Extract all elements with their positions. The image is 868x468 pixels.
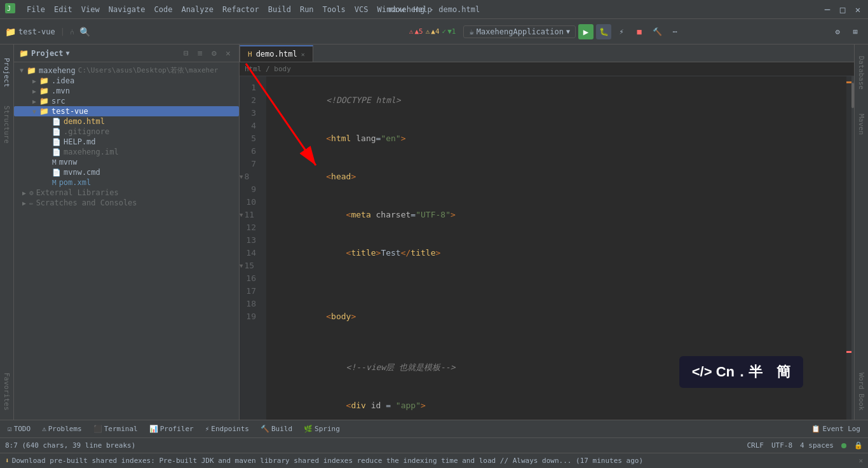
status-line-ending[interactable]: CRLF [747,441,764,450]
status-charset[interactable]: UTF-8 [771,441,792,450]
notification-icon: ⬇ [5,457,10,465]
mvn-arrow-icon: ▶ [29,88,39,95]
test-vue-label: test-vue [51,107,88,116]
code-line-3: <head> [276,158,836,196]
menu-code[interactable]: Code [151,4,177,15]
demo-html-label: demo.html [64,117,105,126]
iml-label: maxeheng.iml [64,148,119,156]
menu-edit[interactable]: Edit [50,4,76,15]
sidebar-wordbook-tab[interactable]: Word Book [855,366,868,417]
menu-view[interactable]: View [78,4,104,15]
run-with-coverage-button[interactable]: ⚡ [614,24,629,39]
profiler-icon: 📊 [149,425,158,433]
status-position[interactable]: 8:7 (640 chars, 39 line breaks) [5,441,135,450]
folder-icon: 📁 [5,27,16,37]
tree-item-idea[interactable]: ▶ 📁 .idea [14,76,239,86]
tree-item-mvnw-cmd[interactable]: 📄 mvnw.cmd [14,167,239,177]
root-label: maxeheng [39,66,76,75]
tree-item-mvn[interactable]: ▶ 📁 .mvn [14,86,239,96]
sync-scroll-button[interactable]: ≡ [194,48,206,59]
more-actions-button[interactable]: ⋯ [667,24,682,39]
tab-close-button[interactable]: ✕ [301,51,305,58]
app-icon: J [5,3,15,16]
run-config-selector[interactable]: ☕ MaxehengApplication ▼ [463,25,576,38]
mvnw-file-icon: M [52,158,57,167]
git-lock-icon: 🔒 [854,441,863,450]
menu-build[interactable]: Build [264,4,295,15]
notification-close-icon[interactable]: ✕ [858,457,863,465]
run-config-dropdown-icon: ▼ [566,28,570,35]
stop-button[interactable]: ■ [632,24,647,39]
build-bottom-button[interactable]: 🔨 Build [255,423,297,434]
ok-count[interactable]: ✓ ▼1 [442,27,456,36]
tree-item-scratches[interactable]: ▶ ✏ Scratches and Consoles [14,198,239,208]
spring-button[interactable]: 🌿 Spring [299,423,345,434]
iml-file-icon: 📄 [52,148,61,156]
tree-item-root[interactable]: ▼ 📁 maxeheng C:\Users\asus\Desktop\若依\ma… [14,65,239,76]
menu-refactor[interactable]: Refactor [219,4,263,15]
line-numbers: 1 2 3 4 5 6 7 ▼8 9 10 ▼11 [240,76,266,420]
tree-item-mvnw[interactable]: M mvnw [14,157,239,167]
tree-item-demo-html[interactable]: ▶ 📄 demo.html [14,116,239,127]
project-name: test-vue [18,27,55,36]
problems-button[interactable]: ⚠ Problems [37,423,87,434]
sidebar-project-tab[interactable]: Project [1,47,13,98]
tree-item-pom[interactable]: M pom.xml [14,177,239,188]
todo-button[interactable]: ☑ TODO [3,423,36,434]
git-status-dot [841,443,846,448]
close-button[interactable]: ✕ [853,4,863,15]
tree-item-help-md[interactable]: 📄 HELP.md [14,137,239,147]
terminal-button[interactable]: ⬛ Terminal [88,423,143,434]
error-count[interactable]: ⚠ ▲5 [409,27,423,36]
sidebar-maven-tab[interactable]: Maven [855,99,868,150]
mvnw-cmd-label: mvnw.cmd [64,168,100,177]
editor-scrollbar[interactable] [846,76,854,420]
tree-item-external-libs[interactable]: ▶ ⚙ External Libraries [14,188,239,198]
settings-panel-button[interactable]: ⚙ [208,48,220,59]
project-panel: 📁 Project ▼ ⊟ ≡ ⚙ ✕ ▼ 📁 maxeheng C:\User… [14,45,240,420]
window-title: maxeheng - demo.html [388,5,480,14]
run-button[interactable]: ▶ [578,24,593,39]
layout-button[interactable]: ⊞ [848,24,863,39]
endpoints-button[interactable]: ⚡ Endpoints [200,423,254,434]
sidebar-database-tab[interactable]: Database [855,47,868,98]
build-button[interactable]: 🔨 [649,24,665,39]
maximize-button[interactable]: □ [837,4,848,15]
src-folder-icon: 📁 [39,97,49,106]
search-everywhere-icon[interactable]: 🔍 [79,27,90,37]
run-config-icon: ☕ [469,27,473,36]
menu-vcs[interactable]: VCS [351,4,372,15]
event-log-button[interactable]: 📋 Event Log [806,423,865,434]
status-bar: 8:7 (640 chars, 39 line breaks) CRLF UTF… [0,437,868,453]
menu-navigate[interactable]: Navigate [105,4,149,15]
external-libs-label: External Libraries [36,188,119,197]
tree-item-test-vue[interactable]: ▼ 📁 test-vue [14,106,239,116]
spring-icon: 🌿 [304,425,313,433]
code-line-11: <div id = "app"> [276,387,836,420]
collapse-all-button[interactable]: ⊟ [180,48,192,59]
editor-tab-demo-html[interactable]: H demo.html ✕ [240,45,313,62]
close-panel-button[interactable]: ✕ [222,48,234,59]
menu-run[interactable]: Run [296,4,318,15]
settings-button[interactable]: ⚙ [830,24,845,39]
menu-bar: File Edit View Navigate Code Analyze Ref… [23,4,436,15]
scratches-label: Scratches and Consoles [36,198,137,207]
menu-tools[interactable]: Tools [319,4,349,15]
status-indent[interactable]: 4 spaces [800,441,834,450]
panel-dropdown-icon[interactable]: ▼ [66,50,70,57]
profiler-button[interactable]: 📊 Profiler [144,423,199,434]
root-folder-icon: 📁 [27,66,36,75]
scratches-arrow-icon: ▶ [19,200,29,207]
warning-count[interactable]: ⚠ ▲4 [426,27,440,36]
tree-item-iml[interactable]: 📄 maxeheng.iml [14,147,239,157]
sidebar-favorites-tab[interactable]: Favorites [1,366,13,417]
notification-text: Download pre-built shared indexes: Pre-b… [12,457,643,465]
menu-file[interactable]: File [23,4,49,15]
minimize-button[interactable]: ─ [822,4,832,15]
tree-item-gitignore[interactable]: 📄 .gitignore [14,127,239,137]
sidebar-structure-tab[interactable]: Structure [1,99,13,150]
scratches-icon: ✏ [29,199,34,207]
debug-button[interactable]: 🐛 [596,24,611,39]
tree-item-src[interactable]: ▶ 📁 src [14,96,239,106]
menu-analyze[interactable]: Analyze [177,4,217,15]
